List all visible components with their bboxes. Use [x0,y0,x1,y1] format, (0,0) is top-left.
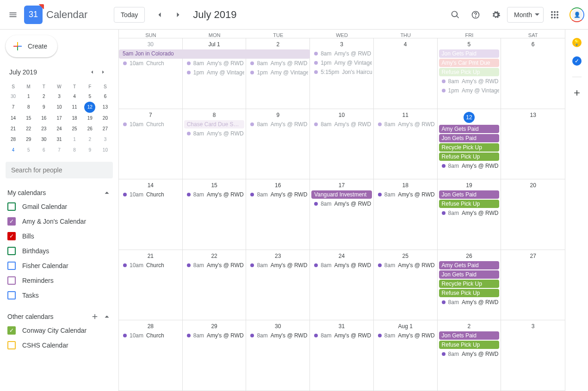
mini-day[interactable]: 5 [82,91,98,102]
day-cell[interactable]: 20 [501,179,565,250]
day-cell[interactable]: Aug 18amAmy's @ RWD [374,320,438,391]
event[interactable]: 8amAmy's @ RWD [311,200,372,208]
mini-day[interactable]: 28 [6,134,21,145]
multiday-event[interactable]: 5am Jon in Colorado [119,49,310,59]
day-cell[interactable]: 2Jon Gets PaidRefuse Pick Up8amAmy's @ R… [438,320,501,391]
mini-day[interactable]: 20 [98,113,113,123]
mini-prev-button[interactable] [89,67,100,78]
event[interactable]: Jon Gets Paid [439,331,500,340]
mini-day[interactable]: 1 [21,91,36,102]
day-cell[interactable]: 298amAmy's @ RWD [183,320,247,391]
event[interactable]: 8amAmy's @ RWD [439,162,500,170]
mini-day[interactable]: 4 [67,91,82,102]
mini-day[interactable]: 2 [36,91,51,102]
search-button[interactable] [446,6,464,24]
event[interactable]: 10amChurch [120,331,181,340]
event[interactable]: Refuse Pick Up [439,200,500,208]
checkbox[interactable] [7,217,16,226]
event[interactable]: 1pmAmy @ Vintage [248,68,308,77]
mini-day[interactable]: 14 [6,113,21,123]
checkbox[interactable] [7,232,16,240]
day-cell[interactable]: 3010amChurch [119,38,183,109]
event[interactable]: Jon Gets Paid [439,190,500,199]
mini-day[interactable]: 9 [36,102,51,113]
create-button[interactable]: Create [6,35,57,57]
event[interactable]: 8amAmy's @ RWD [184,261,245,269]
apps-button[interactable] [545,6,564,24]
event[interactable]: Refuse Pick Up [439,341,500,349]
main-menu-button[interactable] [4,6,22,24]
account-avatar[interactable]: 👤 [569,7,584,22]
day-cell[interactable]: 318amAmy's @ RWD [310,320,374,391]
event[interactable]: 8amAmy's @ RWD [439,209,500,217]
mini-day[interactable]: 15 [21,113,36,123]
search-people-input[interactable] [6,162,113,178]
mini-day[interactable]: 24 [51,123,67,134]
event[interactable]: Amy Gets Paid [439,261,500,269]
other-calendars-toggle[interactable]: Other calendars [6,311,113,324]
help-button[interactable] [466,6,485,24]
day-cell[interactable]: 248amAmy's @ RWD [310,250,374,320]
event[interactable]: 8amAmy's @ RWD [248,261,308,269]
day-cell[interactable]: 3 [501,320,565,391]
day-cell[interactable]: 26Amy Gets PaidJon Gets PaidRecycle Pick… [438,250,501,320]
mini-day[interactable]: 16 [36,113,51,123]
event[interactable]: Jon Gets Paid [439,49,500,58]
day-cell[interactable]: 8Chase Card Due Soon8amAmy's @ RWD [183,109,247,179]
event[interactable]: Amy's Car Pmt Due [439,59,500,67]
day-cell[interactable]: 108amAmy's @ RWD [310,109,374,179]
my-calendars-toggle[interactable]: My calendars [6,187,113,200]
day-cell[interactable]: 710amChurch [119,109,183,179]
event[interactable]: 8amAmy's @ RWD [375,190,436,199]
mini-day[interactable]: 4 [6,145,21,155]
calendar-item[interactable]: Tasks [6,288,113,302]
day-cell[interactable]: 28amAmy's @ RWD1pmAmy @ Vintage [246,38,310,109]
day-cell[interactable]: 168amAmy's @ RWD [246,179,310,250]
event[interactable]: Chase Card Due Soon [184,120,245,128]
event[interactable]: 8amAmy's @ RWD [184,190,245,199]
event[interactable]: Jon Gets Paid [439,270,500,279]
event[interactable]: Refuse Pick Up [439,289,500,297]
day-cell[interactable]: 188amAmy's @ RWD [374,179,438,250]
event[interactable]: 10amChurch [120,261,181,269]
view-selector[interactable]: Month [507,7,544,23]
event[interactable]: 8amAmy's @ RWD [311,331,372,340]
calendar-item[interactable]: Fisher Calendar [6,259,113,273]
day-cell[interactable]: 158amAmy's @ RWD [183,179,247,250]
event[interactable]: Recycle Pick Up [439,280,500,288]
day-cell[interactable]: 17Vanguard Investment8amAmy's @ RWD [310,179,374,250]
day-cell[interactable]: 98amAmy's @ RWD [246,109,310,179]
day-cell[interactable]: 258amAmy's @ RWD [374,250,438,320]
day-cell[interactable]: 19Jon Gets PaidRefuse Pick Up8amAmy's @ … [438,179,501,250]
event[interactable]: 10amChurch [120,59,181,67]
calendar-item[interactable]: Reminders [6,274,113,287]
event[interactable]: 8amAmy's @ RWD [184,59,245,67]
event[interactable]: 8amAmy's @ RWD [248,59,308,67]
keep-icon[interactable]: 💡 [572,38,582,47]
mini-day[interactable]: 3 [51,91,67,102]
event[interactable]: 1pmAmy @ Vintage [311,59,372,67]
event[interactable]: 8amAmy's @ RWD [375,261,436,269]
event[interactable]: 10amChurch [120,120,181,128]
day-cell[interactable]: 1410amChurch [119,179,183,250]
mini-day[interactable]: 17 [51,113,67,123]
mini-day[interactable]: 26 [82,123,98,134]
event[interactable]: Refuse Pick Up [439,68,500,76]
checkbox[interactable] [7,341,16,349]
calendar-item[interactable]: Gmail Calendar [6,200,113,214]
event[interactable]: Amy Gets Paid [439,125,500,133]
event[interactable]: 8amAmy's @ RWD [439,350,500,358]
mini-day[interactable]: 8 [67,145,82,155]
event[interactable]: 8amAmy's @ RWD [184,129,245,138]
mini-day[interactable]: 2 [82,134,98,145]
event[interactable]: 1pmAmy @ Vintage [439,86,500,95]
checkbox[interactable] [7,326,16,335]
mini-day[interactable]: 21 [6,123,21,134]
event[interactable]: 5:15pmJon's Haircut [311,68,372,76]
mini-day[interactable]: 27 [98,123,113,134]
calendar-item[interactable]: Conway City Calendar [6,324,113,337]
event[interactable]: Refuse Pick Up [439,153,500,161]
mini-day[interactable]: 5 [21,145,36,155]
mini-day[interactable]: 11 [67,102,82,113]
calendar-item[interactable]: CSHS Calendar [6,338,113,352]
